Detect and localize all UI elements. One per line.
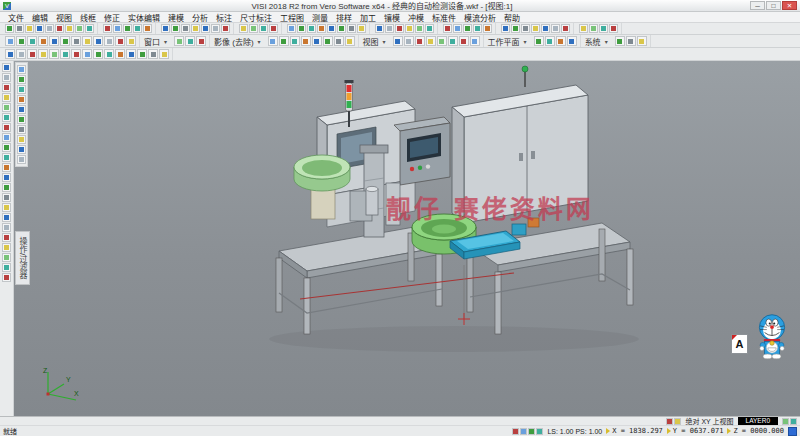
toolbar-icon[interactable] bbox=[534, 36, 544, 46]
toolbar-icon[interactable] bbox=[415, 36, 425, 46]
toolbar-icon[interactable] bbox=[103, 24, 112, 33]
toolbar-icon[interactable] bbox=[17, 155, 26, 164]
menu-item-6[interactable]: 实体编辑 bbox=[124, 12, 164, 23]
toolbar-icon[interactable] bbox=[334, 36, 344, 46]
toolbar-icon[interactable] bbox=[512, 428, 519, 435]
toolbar-icon[interactable] bbox=[448, 36, 458, 46]
toolbar-icon[interactable] bbox=[171, 24, 180, 33]
toolbar-icon[interactable] bbox=[49, 49, 59, 59]
toolbar-icon[interactable] bbox=[2, 273, 11, 282]
toolbar-icon[interactable] bbox=[75, 24, 84, 33]
toolbar-icon[interactable] bbox=[159, 49, 169, 59]
toolbar-icon[interactable] bbox=[345, 36, 355, 46]
toolbar-icon[interactable] bbox=[93, 36, 103, 46]
menu-item-19[interactable]: 帮助 bbox=[500, 12, 524, 23]
toolbar-icon[interactable] bbox=[269, 24, 278, 33]
toolbar-icon[interactable] bbox=[5, 36, 15, 46]
toolbar-icon[interactable] bbox=[599, 24, 608, 33]
menu-item-18[interactable]: 模流分析 bbox=[460, 12, 500, 23]
toolbar-icon[interactable] bbox=[5, 24, 14, 33]
toolbar-icon[interactable] bbox=[511, 24, 520, 33]
workplane-indicator[interactable]: 绝对 XY 上视图 bbox=[685, 416, 733, 426]
toolbar-icon[interactable] bbox=[501, 24, 510, 33]
toolbar-icon[interactable] bbox=[551, 24, 560, 33]
toolbar-icon[interactable] bbox=[104, 36, 114, 46]
toolbar-icon[interactable] bbox=[126, 49, 136, 59]
toolbar-icon[interactable] bbox=[405, 24, 414, 33]
toolbar-icon[interactable] bbox=[536, 428, 543, 435]
toolbar-icon[interactable] bbox=[545, 36, 555, 46]
toolbar-icon[interactable] bbox=[307, 24, 316, 33]
toolbar-icon[interactable] bbox=[25, 24, 34, 33]
toolbar-icon[interactable] bbox=[312, 36, 322, 46]
grid-toggle-icon[interactable] bbox=[788, 427, 797, 436]
menu-item-2[interactable]: 编辑 bbox=[28, 12, 52, 23]
toolbar-icon[interactable] bbox=[115, 36, 125, 46]
toolbar-icon[interactable] bbox=[2, 263, 11, 272]
toolbar-icon[interactable] bbox=[104, 49, 114, 59]
maximize-button[interactable]: □ bbox=[766, 1, 781, 10]
toolbar-icon[interactable] bbox=[287, 24, 296, 33]
toolbar-icon[interactable] bbox=[49, 36, 59, 46]
toolbar-icon[interactable] bbox=[137, 49, 147, 59]
toolbar-icon[interactable] bbox=[174, 36, 184, 46]
menu-item-12[interactable]: 测量 bbox=[308, 12, 332, 23]
toolbar-icon[interactable] bbox=[637, 36, 647, 46]
toolbar-icon[interactable] bbox=[93, 49, 103, 59]
toolbar-icon[interactable] bbox=[561, 24, 570, 33]
toolbar-icon[interactable] bbox=[60, 49, 70, 59]
toolbar-icon[interactable] bbox=[17, 115, 26, 124]
menu-item-3[interactable]: 视图 bbox=[52, 12, 76, 23]
toolbar-icon[interactable] bbox=[259, 24, 268, 33]
toolbar-icon[interactable] bbox=[317, 24, 326, 33]
toolbar-icon[interactable] bbox=[17, 65, 26, 74]
menu-item-8[interactable]: 分析 bbox=[188, 12, 212, 23]
toolbar-icon[interactable] bbox=[463, 24, 472, 33]
active-layer-chip[interactable]: LAYER0 bbox=[738, 417, 778, 425]
control-panel[interactable] bbox=[394, 117, 450, 185]
toolbar-icon[interactable] bbox=[2, 193, 11, 202]
toolbar-icon[interactable] bbox=[211, 24, 220, 33]
toolbar-icon[interactable] bbox=[426, 36, 436, 46]
toolbar-icon[interactable] bbox=[268, 36, 278, 46]
toolbar-icon[interactable] bbox=[5, 49, 15, 59]
toolbar-icon[interactable] bbox=[2, 183, 11, 192]
menu-item-4[interactable]: 线框 bbox=[76, 12, 100, 23]
toolbar-icon[interactable] bbox=[17, 85, 26, 94]
toolbar-icon[interactable] bbox=[395, 24, 404, 33]
toolbar-icon[interactable] bbox=[453, 24, 462, 33]
toolbar-icon[interactable] bbox=[143, 24, 152, 33]
toolbar-icon[interactable] bbox=[85, 24, 94, 33]
toolbar-icon[interactable] bbox=[185, 36, 195, 46]
toolbar-icon[interactable] bbox=[2, 233, 11, 242]
annotation-orientation-widget[interactable]: A bbox=[731, 334, 748, 354]
menu-item-9[interactable]: 标注 bbox=[212, 12, 236, 23]
menu-item-14[interactable]: 加工 bbox=[356, 12, 380, 23]
toolbar-icon[interactable] bbox=[2, 83, 11, 92]
toolbar-icon[interactable] bbox=[2, 133, 11, 142]
toolbar-icon[interactable] bbox=[17, 75, 26, 84]
toolbar-icon[interactable] bbox=[327, 24, 336, 33]
toolbar-icon[interactable] bbox=[2, 113, 11, 122]
toolbar-icon[interactable] bbox=[126, 36, 136, 46]
toolbar-icon[interactable] bbox=[375, 24, 384, 33]
toolbar-icon[interactable] bbox=[521, 24, 530, 33]
toolbar-icon[interactable] bbox=[473, 24, 482, 33]
toolbar-icon[interactable] bbox=[60, 36, 70, 46]
toolbar-icon[interactable] bbox=[15, 24, 24, 33]
toolbar-icon[interactable] bbox=[201, 24, 210, 33]
toolbar-icon[interactable] bbox=[415, 24, 424, 33]
toolbar-icon[interactable] bbox=[459, 36, 469, 46]
toolbar-icon[interactable] bbox=[249, 24, 258, 33]
toolbar-icon[interactable] bbox=[531, 24, 540, 33]
toolbar-icon[interactable] bbox=[2, 253, 11, 262]
menu-item-13[interactable]: 排样 bbox=[332, 12, 356, 23]
toolbar-icon[interactable] bbox=[2, 103, 11, 112]
toolbar-icon[interactable] bbox=[2, 213, 11, 222]
toolbar-icon[interactable] bbox=[2, 243, 11, 252]
toolbar-icon[interactable] bbox=[35, 24, 44, 33]
toolbar-icon[interactable] bbox=[2, 223, 11, 232]
toolbar-icon[interactable] bbox=[82, 36, 92, 46]
toolbar-icon[interactable] bbox=[323, 36, 333, 46]
machine-3d-model[interactable] bbox=[14, 61, 800, 416]
